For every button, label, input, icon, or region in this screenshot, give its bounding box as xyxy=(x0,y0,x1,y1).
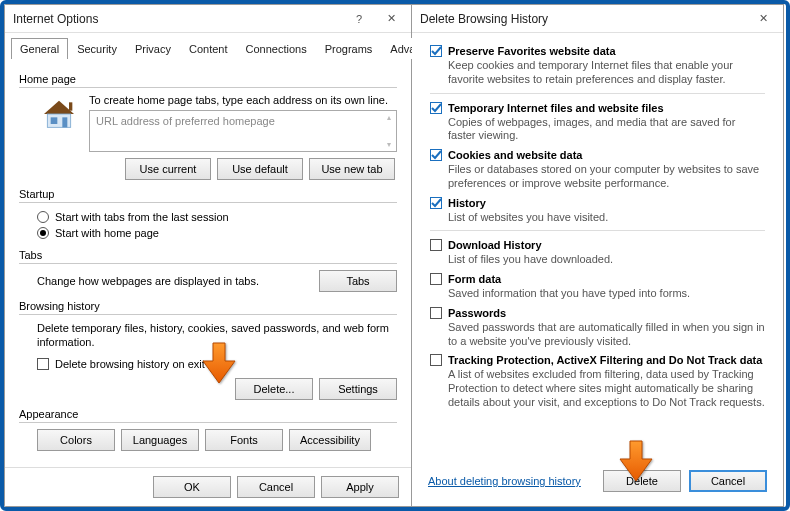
startup-group-label: Startup xyxy=(19,188,397,200)
option-checkbox-5[interactable]: Form data xyxy=(430,273,501,285)
svg-rect-3 xyxy=(62,117,67,127)
cancel-button[interactable]: Cancel xyxy=(689,470,767,492)
ok-button[interactable]: OK xyxy=(153,476,231,498)
radio-icon xyxy=(37,211,49,223)
option-label: Cookies and website data xyxy=(448,149,582,161)
dialog-footer: OK Cancel Apply xyxy=(5,467,411,506)
checkbox-icon xyxy=(430,354,442,366)
close-button[interactable]: ✕ xyxy=(375,8,407,30)
cancel-button[interactable]: Cancel xyxy=(237,476,315,498)
checkbox-icon xyxy=(430,239,442,251)
use-current-button[interactable]: Use current xyxy=(125,158,211,180)
checkbox-icon xyxy=(430,197,442,209)
close-button[interactable]: ✕ xyxy=(747,8,779,30)
checkbox-icon xyxy=(37,358,49,370)
tabs-group-label: Tabs xyxy=(19,249,397,261)
checkbox-label: Delete browsing history on exit xyxy=(55,358,205,370)
option-desc: Copies of webpages, images, and media th… xyxy=(448,116,765,144)
option-desc: List of files you have downloaded. xyxy=(448,253,765,267)
svg-rect-2 xyxy=(51,117,58,124)
option-label: History xyxy=(448,197,486,209)
startup-home-page-radio[interactable]: Start with home page xyxy=(37,227,159,239)
homepage-input[interactable]: URL address of preferred homepage ▴▾ xyxy=(89,110,397,152)
startup-last-session-radio[interactable]: Start with tabs from the last session xyxy=(37,211,229,223)
tabs-button[interactable]: Tabs xyxy=(319,270,397,292)
option-desc: List of websites you have visited. xyxy=(448,211,765,225)
option-checkbox-3[interactable]: History xyxy=(430,197,486,209)
option-checkbox-7[interactable]: Tracking Protection, ActiveX Filtering a… xyxy=(430,354,762,366)
option-label: Passwords xyxy=(448,307,506,319)
accessibility-button[interactable]: Accessibility xyxy=(289,429,371,451)
radio-icon xyxy=(37,227,49,239)
tab-content[interactable]: Content xyxy=(180,38,237,59)
scrollbar[interactable]: ▴▾ xyxy=(384,113,394,149)
history-group-label: Browsing history xyxy=(19,300,397,312)
option-checkbox-4[interactable]: Download History xyxy=(430,239,542,251)
about-deleting-history-link[interactable]: About deleting browsing history xyxy=(428,475,581,487)
colors-button[interactable]: Colors xyxy=(37,429,115,451)
option-desc: Saved passwords that are automatically f… xyxy=(448,321,765,349)
home-icon xyxy=(37,94,81,134)
delete-history-button[interactable]: Delete... xyxy=(235,378,313,400)
option-checkbox-0[interactable]: Preserve Favorites website data xyxy=(430,45,616,57)
tab-programs[interactable]: Programs xyxy=(316,38,382,59)
scroll-up-icon[interactable]: ▴ xyxy=(384,113,394,122)
tab-connections[interactable]: Connections xyxy=(236,38,315,59)
window-title: Internet Options xyxy=(13,12,343,26)
dialog-footer: About deleting browsing history Delete C… xyxy=(412,460,783,506)
window-title: Delete Browsing History xyxy=(420,12,747,26)
help-icon: ? xyxy=(356,13,362,25)
option-label: Download History xyxy=(448,239,542,251)
option-checkbox-2[interactable]: Cookies and website data xyxy=(430,149,582,161)
use-default-button[interactable]: Use default xyxy=(217,158,303,180)
fonts-button[interactable]: Fonts xyxy=(205,429,283,451)
option-desc: Files or databases stored on your comput… xyxy=(448,163,765,191)
titlebar: Delete Browsing History ✕ xyxy=(412,5,783,33)
tab-general[interactable]: General xyxy=(11,38,68,59)
options-list: Preserve Favorites website dataKeep cook… xyxy=(412,33,783,460)
help-button[interactable]: ? xyxy=(343,8,375,30)
option-label: Form data xyxy=(448,273,501,285)
close-icon: ✕ xyxy=(759,12,768,25)
delete-on-exit-checkbox[interactable]: Delete browsing history on exit xyxy=(37,358,205,370)
history-desc: Delete temporary files, history, cookies… xyxy=(37,321,397,350)
use-new-tab-button[interactable]: Use new tab xyxy=(309,158,395,180)
option-checkbox-6[interactable]: Passwords xyxy=(430,307,506,319)
svg-rect-4 xyxy=(69,102,72,110)
history-settings-button[interactable]: Settings xyxy=(319,378,397,400)
radio-label: Start with tabs from the last session xyxy=(55,211,229,223)
option-label: Temporary Internet files and website fil… xyxy=(448,102,664,114)
checkbox-icon xyxy=(430,102,442,114)
close-icon: ✕ xyxy=(387,12,396,25)
checkbox-icon xyxy=(430,149,442,161)
homepage-placeholder: URL address of preferred homepage xyxy=(96,115,275,127)
internet-options-dialog: Internet Options ? ✕ General Security Pr… xyxy=(4,4,412,507)
appearance-group-label: Appearance xyxy=(19,408,397,420)
radio-label: Start with home page xyxy=(55,227,159,239)
homepage-group-label: Home page xyxy=(19,73,397,85)
checkbox-icon xyxy=(430,273,442,285)
tabs-desc: Change how webpages are displayed in tab… xyxy=(37,275,259,287)
tab-security[interactable]: Security xyxy=(68,38,126,59)
delete-browsing-history-dialog: Delete Browsing History ✕ Preserve Favor… xyxy=(412,4,784,507)
option-desc: A list of websites excluded from filteri… xyxy=(448,368,765,409)
apply-button[interactable]: Apply xyxy=(321,476,399,498)
option-checkbox-1[interactable]: Temporary Internet files and website fil… xyxy=(430,102,664,114)
homepage-hint: To create home page tabs, type each addr… xyxy=(89,94,397,106)
tab-strip: General Security Privacy Content Connect… xyxy=(11,37,405,59)
titlebar: Internet Options ? ✕ xyxy=(5,5,411,33)
option-label: Preserve Favorites website data xyxy=(448,45,616,57)
option-desc: Keep cookies and temporary Internet file… xyxy=(448,59,765,87)
option-label: Tracking Protection, ActiveX Filtering a… xyxy=(448,354,762,366)
tab-privacy[interactable]: Privacy xyxy=(126,38,180,59)
languages-button[interactable]: Languages xyxy=(121,429,199,451)
checkbox-icon xyxy=(430,45,442,57)
scroll-down-icon[interactable]: ▾ xyxy=(384,140,394,149)
checkbox-icon xyxy=(430,307,442,319)
delete-button[interactable]: Delete xyxy=(603,470,681,492)
option-desc: Saved information that you have typed in… xyxy=(448,287,765,301)
